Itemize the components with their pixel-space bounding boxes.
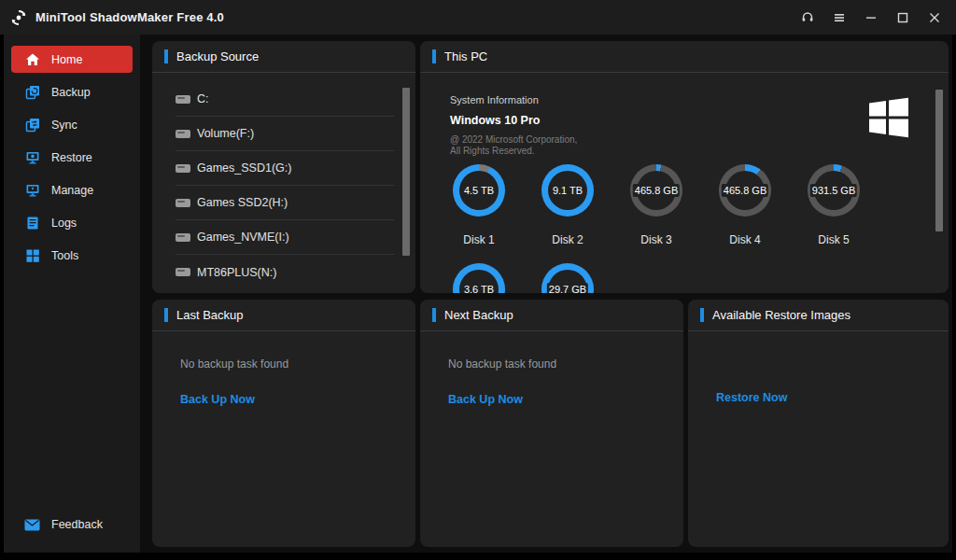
drive-row[interactable]: Games SSD2(H:) — [176, 186, 395, 220]
sidebar-item-sync[interactable]: Sync — [11, 111, 133, 138]
drive-icon — [176, 233, 190, 242]
restore-icon — [24, 149, 40, 165]
drive-icon — [176, 268, 190, 276]
header-accent-bar — [700, 308, 704, 322]
disk-label: Disk 5 — [818, 233, 849, 246]
next-backup-panel: Next Backup No backup task found Back Up… — [420, 300, 683, 547]
drive-label: Games SSD2(H:) — [197, 196, 288, 209]
sidebar-item-logs[interactable]: Logs — [11, 209, 133, 236]
restore-images-header: Available Restore Images — [688, 300, 949, 331]
support-headset-icon[interactable] — [795, 6, 820, 30]
back-up-now-link[interactable]: Back Up Now — [448, 393, 683, 406]
sidebar-item-feedback[interactable]: Feedback — [11, 511, 103, 538]
disk-label: Disk 4 — [729, 233, 760, 246]
restore-now-link[interactable]: Restore Now — [716, 391, 949, 404]
disk-item[interactable]: 29.7 GB — [541, 263, 594, 293]
window-title: MiniTool ShadowMaker Free 4.0 — [35, 10, 224, 24]
app-window: MiniTool ShadowMaker Free 4.0 — [0, 0, 956, 560]
sidebar-item-restore[interactable]: Restore — [11, 144, 133, 171]
sidebar-item-label: Tools — [51, 249, 78, 262]
sidebar-item-label: Sync — [51, 119, 77, 132]
sidebar-item-label: Home — [51, 53, 82, 66]
header-accent-bar — [164, 308, 168, 322]
sidebar-item-label: Manage — [51, 184, 93, 197]
backup-source-header: Backup Source — [152, 41, 415, 73]
main-content: Backup Source C: Volume(F:) Games_SSD1(G… — [140, 35, 952, 553]
drive-row[interactable]: MT86PLUS(N:) — [176, 255, 395, 289]
sidebar-item-label: Feedback — [51, 518, 103, 531]
drive-icon — [176, 95, 190, 104]
header-accent-bar — [432, 49, 436, 63]
drive-row[interactable]: Volume(F:) — [176, 117, 395, 151]
disk-item[interactable]: 931.5 GB Disk 5 — [808, 164, 860, 246]
disk-usage-ring: 29.7 GB — [541, 263, 594, 293]
logs-icon — [24, 215, 40, 231]
sidebar-item-label: Backup — [51, 86, 91, 99]
close-icon[interactable] — [922, 6, 947, 30]
copyright-line2: All Rights Reserved. — [450, 146, 577, 157]
disk-item[interactable]: 465.8 GB Disk 4 — [719, 164, 771, 246]
last-backup-header: Last Backup — [152, 300, 415, 331]
home-icon — [24, 51, 40, 67]
disk-usage-ring: 465.8 GB — [630, 164, 682, 217]
copyright-line1: @ 2022 Microsoft Corporation, — [450, 134, 577, 146]
sidebar-item-label: Logs — [51, 217, 77, 230]
backup-source-scrollbar[interactable] — [402, 88, 410, 256]
disk-usage-ring: 3.6 TB — [453, 263, 505, 293]
disk-item[interactable]: 4.5 TB Disk 1 — [453, 164, 505, 246]
sync-icon — [24, 117, 40, 133]
drive-row[interactable]: Games_SSD1(G:) — [176, 151, 395, 186]
back-up-now-link[interactable]: Back Up Now — [180, 393, 415, 406]
manage-icon — [24, 182, 40, 198]
last-backup-panel: Last Backup No backup task found Back Up… — [152, 300, 415, 547]
disk-item[interactable]: 465.8 GB Disk 3 — [630, 164, 682, 246]
disk-ring-row: 4.5 TB Disk 1 9.1 TB Disk 2 — [453, 164, 860, 246]
disk-item[interactable]: 9.1 TB Disk 2 — [541, 164, 594, 246]
sidebar: Home Backup Sync Restore Manage Logs Too… — [4, 35, 140, 553]
backup-source-panel: Backup Source C: Volume(F:) Games_SSD1(G… — [152, 41, 415, 293]
header-accent-bar — [164, 49, 168, 63]
this-pc-scrollbar[interactable] — [935, 90, 943, 231]
this-pc-panel: This PC System Information Windows 10 Pr… — [420, 41, 949, 293]
panel-title: Next Backup — [444, 308, 513, 322]
drive-row[interactable]: Games_NVME(I:) — [176, 220, 395, 255]
drive-row[interactable]: C: — [176, 82, 395, 117]
drive-label: Games_SSD1(G:) — [197, 161, 291, 175]
disk-usage-ring: 9.1 TB — [541, 164, 594, 217]
feedback-mail-icon — [24, 517, 40, 533]
this-pc-header: This PC — [420, 41, 949, 73]
title-bar: MiniTool ShadowMaker Free 4.0 — [0, 0, 956, 35]
disk-label: Disk 3 — [640, 233, 671, 246]
disk-size: 465.8 GB — [633, 184, 680, 197]
last-backup-message: No backup task found — [180, 357, 415, 371]
disk-size: 29.7 GB — [547, 283, 588, 293]
disk-usage-ring: 465.8 GB — [719, 164, 771, 217]
menu-icon[interactable] — [827, 6, 851, 30]
drive-list: C: Volume(F:) Games_SSD1(G:) Games SSD2(… — [152, 73, 415, 289]
panel-title: Available Restore Images — [712, 308, 851, 322]
disk-size: 465.8 GB — [722, 184, 768, 197]
system-information: System Information Windows 10 Pro @ 2022… — [450, 94, 577, 156]
sidebar-item-backup[interactable]: Backup — [11, 78, 133, 105]
disk-item[interactable]: 3.6 TB — [453, 263, 505, 293]
drive-icon — [176, 199, 190, 207]
maximize-icon[interactable] — [891, 6, 915, 30]
backup-icon — [24, 84, 40, 100]
sidebar-nav: Home Backup Sync Restore Manage Logs Too… — [4, 35, 140, 269]
disk-size: 4.5 TB — [462, 184, 496, 197]
sidebar-item-tools[interactable]: Tools — [11, 242, 133, 269]
drive-icon — [176, 164, 190, 173]
disk-size: 931.5 GB — [810, 184, 857, 197]
drive-label: C: — [197, 92, 209, 105]
next-backup-message: No backup task found — [448, 357, 683, 371]
sidebar-item-manage[interactable]: Manage — [11, 176, 133, 203]
sidebar-item-label: Restore — [51, 151, 92, 164]
disk-size: 9.1 TB — [551, 184, 584, 197]
windows-logo-icon — [866, 95, 911, 140]
panel-title: Backup Source — [176, 49, 259, 63]
tools-icon — [24, 247, 40, 263]
minimize-icon[interactable] — [859, 6, 883, 30]
drive-label: Games_NVME(I:) — [197, 231, 289, 244]
disk-size: 3.6 TB — [462, 283, 496, 293]
sidebar-item-home[interactable]: Home — [11, 46, 133, 73]
